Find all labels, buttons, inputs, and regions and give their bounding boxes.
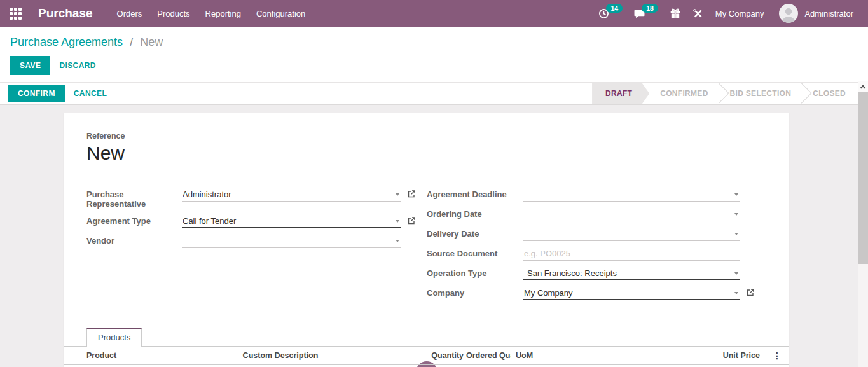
gift-icon bbox=[670, 8, 681, 19]
breadcrumb-current: New bbox=[140, 36, 163, 48]
field-grid: Purchase Representative Agreement Type bbox=[86, 188, 789, 307]
control-panel: Purchase Agreements / New SAVE DISCARD bbox=[0, 27, 868, 83]
agreement-deadline-label: Agreement Deadline bbox=[427, 188, 523, 199]
field-operation-type: Operation Type bbox=[427, 267, 780, 280]
messages-button[interactable]: 18 bbox=[628, 4, 664, 23]
confirm-button[interactable]: CONFIRM bbox=[8, 85, 65, 102]
save-discard-row: SAVE DISCARD bbox=[0, 50, 868, 82]
optional-columns-icon[interactable]: ⋮ bbox=[760, 350, 787, 361]
scrollbar-thumb[interactable] bbox=[858, 92, 868, 264]
chevron-down-icon[interactable] bbox=[734, 213, 738, 216]
status-draft-label: DRAFT bbox=[605, 89, 632, 98]
status-closed-label: CLOSED bbox=[813, 89, 846, 98]
ordering-date-label: Ordering Date bbox=[427, 208, 523, 219]
user-avatar bbox=[779, 4, 798, 23]
cancel-button[interactable]: CANCEL bbox=[65, 84, 116, 103]
main-menu: Orders Products Reporting Configuration bbox=[109, 1, 313, 26]
status-draft[interactable]: DRAFT bbox=[592, 83, 649, 104]
menu-configuration[interactable]: Configuration bbox=[249, 1, 313, 26]
messages-badge: 18 bbox=[642, 4, 658, 13]
chevron-down-icon[interactable] bbox=[734, 193, 738, 196]
chevron-down-icon[interactable] bbox=[734, 272, 738, 275]
column-custom-description[interactable]: Custom Description bbox=[185, 351, 376, 360]
operation-type-label: Operation Type bbox=[427, 267, 523, 278]
chevron-down-icon[interactable] bbox=[396, 240, 399, 242]
menu-orders[interactable]: Orders bbox=[109, 1, 150, 26]
status-bid-selection[interactable]: BID SELECTION bbox=[719, 83, 803, 104]
external-link-icon[interactable] bbox=[746, 288, 755, 297]
column-unit-price[interactable]: Unit Price bbox=[555, 351, 760, 360]
company-input[interactable] bbox=[523, 287, 740, 300]
person-icon bbox=[779, 4, 798, 23]
user-name: Administrator bbox=[804, 9, 853, 18]
purchase-app-window: Purchase Orders Products Reporting Confi… bbox=[0, 0, 868, 367]
top-navbar: Purchase Orders Products Reporting Confi… bbox=[0, 0, 868, 27]
apps-menu-button[interactable] bbox=[8, 4, 27, 24]
field-delivery-date: Delivery Date bbox=[427, 228, 780, 241]
chevron-up-icon bbox=[860, 85, 865, 90]
breadcrumb: Purchase Agreements / New bbox=[0, 27, 868, 50]
purchase-representative-input[interactable] bbox=[182, 189, 401, 202]
apps-grid-icon bbox=[10, 8, 22, 20]
field-source-document: Source Document bbox=[427, 247, 780, 261]
save-button[interactable]: SAVE bbox=[10, 56, 50, 75]
vendor-label: Vendor bbox=[86, 235, 182, 246]
tab-products[interactable]: Products bbox=[86, 328, 142, 347]
app-name[interactable]: Purchase bbox=[38, 6, 93, 20]
field-agreement-deadline: Agreement Deadline bbox=[427, 188, 780, 202]
agreement-type-input[interactable] bbox=[182, 216, 401, 228]
source-document-label: Source Document bbox=[427, 247, 523, 258]
vertical-scrollbar[interactable] bbox=[858, 81, 868, 367]
column-quantity[interactable]: Quantity bbox=[376, 351, 464, 360]
status-confirmed-label: CONFIRMED bbox=[660, 89, 708, 98]
field-vendor: Vendor bbox=[86, 235, 427, 248]
delivery-date-label: Delivery Date bbox=[427, 228, 523, 239]
breadcrumb-separator: / bbox=[130, 36, 133, 48]
field-agreement-type: Agreement Type bbox=[86, 215, 427, 228]
notebook-tabs: Products bbox=[64, 328, 789, 346]
discard-button[interactable]: DISCARD bbox=[50, 56, 104, 75]
breadcrumb-parent-link[interactable]: Purchase Agreements bbox=[10, 36, 123, 48]
delivery-date-input[interactable] bbox=[523, 228, 740, 241]
form-toolbar: CONFIRM CANCEL DRAFT CONFIRMED BID SELEC… bbox=[0, 83, 858, 105]
chevron-down-icon[interactable] bbox=[396, 220, 399, 223]
agreement-type-label: Agreement Type bbox=[86, 215, 182, 226]
statusbar: DRAFT CONFIRMED BID SELECTION CLOSED bbox=[592, 83, 857, 104]
column-product[interactable]: Product bbox=[86, 351, 185, 360]
reference-value: New bbox=[86, 142, 766, 165]
column-ordered-quantity[interactable]: Ordered Qua... bbox=[466, 351, 511, 360]
form-view-background: Reference New Purchase Representative bbox=[0, 105, 868, 367]
external-link-icon[interactable] bbox=[407, 216, 416, 225]
tools-button[interactable] bbox=[687, 4, 709, 23]
scroll-up-button[interactable] bbox=[858, 81, 868, 92]
menu-reporting[interactable]: Reporting bbox=[198, 1, 249, 26]
external-link-icon[interactable] bbox=[407, 190, 416, 198]
vendor-input[interactable] bbox=[182, 235, 401, 248]
agreement-deadline-input[interactable] bbox=[523, 189, 740, 202]
company-switcher[interactable]: My Company bbox=[715, 9, 764, 18]
form-sheet: Reference New Purchase Representative bbox=[64, 113, 789, 367]
menu-products[interactable]: Products bbox=[149, 1, 197, 26]
activities-badge: 14 bbox=[606, 4, 623, 13]
field-ordering-date: Ordering Date bbox=[427, 208, 780, 221]
operation-type-input[interactable] bbox=[523, 268, 740, 280]
purchase-representative-label: Purchase Representative bbox=[86, 188, 182, 209]
chevron-down-icon[interactable] bbox=[734, 292, 738, 294]
wrench-screwdriver-icon bbox=[692, 8, 703, 19]
reference-label: Reference bbox=[86, 132, 766, 141]
status-closed[interactable]: CLOSED bbox=[802, 83, 857, 104]
activities-button[interactable]: 14 bbox=[593, 4, 628, 23]
field-company: Company bbox=[427, 287, 780, 300]
chevron-down-icon[interactable] bbox=[396, 193, 399, 196]
status-bid-selection-label: BID SELECTION bbox=[730, 89, 792, 98]
chevron-down-icon[interactable] bbox=[734, 233, 738, 235]
user-menu[interactable]: Administrator bbox=[779, 4, 860, 23]
company-label: Company bbox=[427, 287, 523, 298]
gift-button[interactable] bbox=[664, 4, 687, 23]
field-purchase-representative: Purchase Representative bbox=[86, 188, 427, 209]
source-document-input[interactable] bbox=[523, 248, 740, 261]
product-lines-header: Product Custom Description Quantity Orde… bbox=[64, 346, 789, 365]
column-uom[interactable]: UoM bbox=[516, 351, 555, 360]
ordering-date-input[interactable] bbox=[523, 209, 740, 221]
